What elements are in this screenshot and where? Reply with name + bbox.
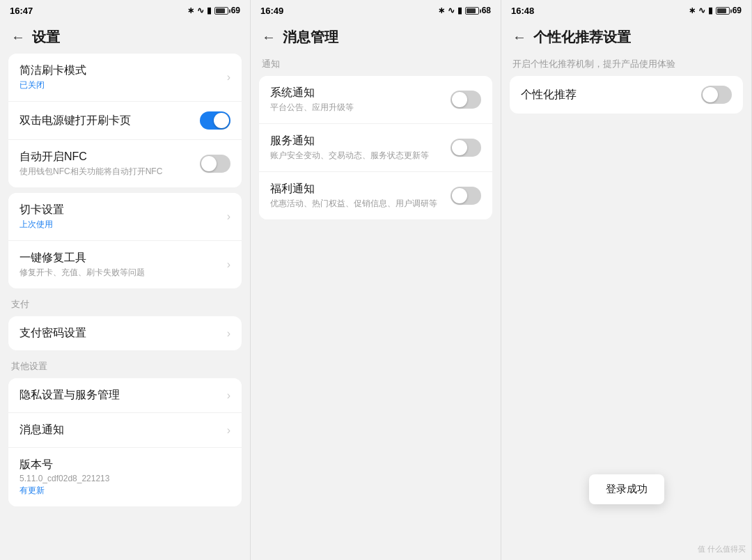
signal-icon-2: ▮: [457, 6, 462, 15]
setting-double-click-title: 双击电源键打开刷卡页: [19, 114, 200, 128]
setting-nfc-left: 自动开启NFC 使用钱包NFC相关功能将自动打开NFC: [19, 150, 200, 178]
setting-jianjie-title: 简洁刷卡模式: [19, 63, 221, 78]
setting-welfare-notify-left: 福利通知 优惠活动、热门权益、促销信息、用户调研等: [270, 182, 451, 210]
setting-pay-password-title: 支付密码设置: [19, 326, 221, 341]
setting-row-double-click[interactable]: 双击电源键打开刷卡页: [8, 102, 242, 140]
section-notify-label: 通知: [251, 51, 501, 73]
chevron-card-switch: ›: [227, 210, 230, 223]
status-bar-3: 16:48 ∗ ∿ ▮ 69: [501, 0, 751, 21]
toggle-thumb-nfc: [201, 156, 217, 171]
setting-row-version: 版本号 5.11.0_cdf02d8_221213 有更新: [8, 448, 242, 506]
toggle-system-notify[interactable]: [451, 91, 481, 109]
setting-personalization-title: 个性化推荐: [521, 88, 701, 102]
setting-row-pay-password[interactable]: 支付密码设置 ›: [8, 316, 242, 350]
wifi-icon-3: ∿: [698, 6, 705, 15]
toggle-thumb-personalization: [703, 87, 718, 102]
panel-personalization: 16:48 ∗ ∿ ▮ 69 ← 个性化推荐设置 开启个性化推荐机制，提升产品使…: [501, 0, 752, 560]
toggle-thumb-welfare-notify: [452, 188, 467, 203]
setting-repair-title: 一键修复工具: [19, 251, 221, 265]
setting-version-left: 版本号 5.11.0_cdf02d8_221213 有更新: [19, 458, 230, 497]
setting-repair-left: 一键修复工具 修复开卡、充值、刷卡失败等问题: [19, 251, 221, 279]
bluetooth-icon-2: ∗: [438, 6, 445, 15]
setting-system-notify-left: 系统通知 平台公告、应用升级等: [270, 86, 451, 114]
setting-row-jianjie-left: 简洁刷卡模式 已关闭: [19, 63, 221, 91]
status-icons-2: ∗ ∿ ▮ 68: [438, 6, 491, 15]
chevron-pay-password: ›: [227, 327, 230, 340]
settings-card-group-pay: 支付密码设置 ›: [8, 316, 242, 350]
status-icons-3: ∗ ∿ ▮ 69: [689, 6, 742, 15]
toggle-thumb-service-notify: [452, 140, 467, 155]
toggle-service-notify[interactable]: [451, 139, 481, 157]
message-card-group: 系统通知 平台公告、应用升级等 服务通知 账户安全变动、交易动态、服务状态更新等…: [259, 76, 492, 219]
setting-welfare-notify-title: 福利通知: [270, 182, 451, 196]
setting-jianjie-sub: 已关闭: [19, 79, 221, 91]
wifi-icon: ∿: [197, 6, 204, 15]
back-button-1[interactable]: ←: [11, 29, 25, 45]
settings-title: 设置: [32, 28, 60, 47]
toggle-nfc[interactable]: [200, 155, 230, 173]
setting-service-notify-left: 服务通知 账户安全变动、交易动态、服务状态更新等: [270, 134, 451, 162]
setting-row-nfc[interactable]: 自动开启NFC 使用钱包NFC相关功能将自动打开NFC: [8, 140, 242, 187]
setting-version-sub: 5.11.0_cdf02d8_221213: [19, 474, 230, 483]
toggle-personalization[interactable]: [701, 86, 732, 104]
back-button-2[interactable]: ←: [262, 29, 276, 45]
section-pay-label: 支付: [0, 291, 250, 313]
setting-row-privacy[interactable]: 隐私设置与服务管理 ›: [8, 378, 242, 413]
personalization-title: 个性化推荐设置: [533, 28, 631, 47]
personalization-header: ← 个性化推荐设置: [501, 21, 751, 51]
setting-privacy-title: 隐私设置与服务管理: [19, 388, 221, 403]
setting-message-notify-left: 消息通知: [19, 423, 221, 437]
battery-indicator-2: 68: [465, 6, 491, 15]
setting-nfc-title: 自动开启NFC: [19, 150, 200, 164]
bluetooth-icon-3: ∗: [689, 6, 696, 15]
chevron-jianjie: ›: [227, 71, 230, 84]
toggle-thumb-double-click: [214, 113, 229, 128]
setting-version-title: 版本号: [19, 458, 230, 472]
setting-service-notify-title: 服务通知: [270, 134, 451, 148]
setting-version-update[interactable]: 有更新: [19, 485, 230, 497]
personalization-card-group: 个性化推荐: [510, 76, 743, 114]
chevron-message-notify: ›: [227, 424, 230, 437]
section-other-label: 其他设置: [0, 353, 250, 375]
setting-system-notify-title: 系统通知: [270, 86, 451, 100]
status-bar-1: 16:47 ∗ ∿ ▮ 69: [0, 0, 250, 21]
chevron-privacy: ›: [227, 389, 230, 402]
setting-row-personalization[interactable]: 个性化推荐: [510, 76, 743, 114]
setting-service-notify-sub: 账户安全变动、交易动态、服务状态更新等: [270, 150, 451, 162]
setting-card-switch-title: 切卡设置: [19, 203, 221, 217]
setting-row-jianjie[interactable]: 简洁刷卡模式 已关闭 ›: [8, 54, 242, 102]
setting-row-repair[interactable]: 一键修复工具 修复开卡、充值、刷卡失败等问题 ›: [8, 241, 242, 288]
message-title: 消息管理: [283, 28, 338, 47]
status-time-1: 16:47: [10, 6, 33, 16]
toggle-welfare-notify[interactable]: [451, 187, 481, 205]
chevron-repair: ›: [227, 258, 230, 271]
status-bar-2: 16:49 ∗ ∿ ▮ 68: [251, 0, 501, 21]
setting-system-notify-sub: 平台公告、应用升级等: [270, 102, 451, 114]
toggle-thumb-system-notify: [452, 92, 467, 107]
toast-login-success: 登录成功: [589, 474, 664, 504]
watermark: 值 什么值得买: [698, 544, 746, 554]
setting-row-card-switch[interactable]: 切卡设置 上次使用 ›: [8, 193, 242, 241]
setting-row-system-notify[interactable]: 系统通知 平台公告、应用升级等: [259, 76, 492, 124]
bluetooth-icon: ∗: [187, 6, 194, 15]
settings-card-group-other: 隐私设置与服务管理 › 消息通知 › 版本号 5.11.0_cdf02d8_22…: [8, 378, 242, 506]
message-header: ← 消息管理: [251, 21, 501, 51]
setting-privacy-left: 隐私设置与服务管理: [19, 388, 221, 403]
personalization-desc: 开启个性化推荐机制，提升产品使用体验: [501, 51, 751, 73]
back-button-3[interactable]: ←: [512, 29, 526, 45]
setting-repair-sub: 修复开卡、充值、刷卡失败等问题: [19, 267, 221, 279]
setting-double-click-left: 双击电源键打开刷卡页: [19, 114, 200, 128]
status-icons-1: ∗ ∿ ▮ 69: [187, 6, 240, 15]
setting-row-welfare-notify[interactable]: 福利通知 优惠活动、热门权益、促销信息、用户调研等: [259, 172, 492, 219]
setting-row-service-notify[interactable]: 服务通知 账户安全变动、交易动态、服务状态更新等: [259, 124, 492, 172]
toggle-double-click[interactable]: [200, 111, 230, 130]
status-time-2: 16:49: [260, 6, 283, 16]
setting-nfc-sub: 使用钱包NFC相关功能将自动打开NFC: [19, 166, 200, 178]
setting-message-notify-title: 消息通知: [19, 423, 221, 437]
battery-indicator-3: 69: [716, 6, 742, 15]
wifi-icon-2: ∿: [448, 6, 455, 15]
setting-card-switch-sub: 上次使用: [19, 219, 221, 231]
setting-row-message-notify[interactable]: 消息通知 ›: [8, 413, 242, 448]
panel-settings: 16:47 ∗ ∿ ▮ 69 ← 设置 简洁刷卡模式 已关闭 › 双击电源键打开…: [0, 0, 251, 560]
signal-icon: ▮: [207, 6, 212, 15]
